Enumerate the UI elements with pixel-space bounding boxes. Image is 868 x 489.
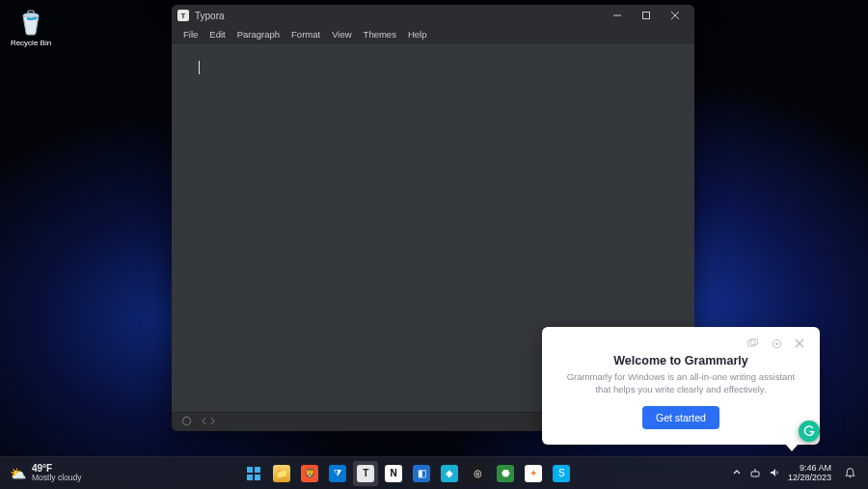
taskbar-app-5[interactable]: ✦: [521, 461, 546, 486]
close-button[interactable]: [662, 6, 689, 25]
svg-point-10: [775, 342, 778, 345]
tray-volume-icon[interactable]: [769, 467, 780, 480]
grammarly-floating-badge[interactable]: [799, 421, 820, 442]
menu-bar: File Edit Paragraph Format View Themes H…: [172, 26, 694, 43]
menu-file[interactable]: File: [177, 29, 203, 40]
svg-rect-16: [247, 475, 253, 480]
menu-help[interactable]: Help: [402, 29, 433, 40]
outline-toggle-icon[interactable]: [181, 416, 192, 428]
svg-rect-17: [255, 475, 260, 480]
svg-rect-18: [751, 472, 759, 476]
menu-themes[interactable]: Themes: [358, 29, 402, 40]
window-title: Typora: [195, 11, 604, 21]
grammarly-popup: Welcome to Grammarly Grammarly for Windo…: [542, 327, 820, 445]
svg-point-0: [23, 14, 39, 18]
taskbar-app-4[interactable]: ⬣: [493, 461, 518, 486]
svg-rect-8: [750, 339, 758, 344]
grammarly-popup-body: Grammarly for Windows is an all-in-one w…: [556, 371, 806, 396]
svg-rect-14: [247, 467, 253, 473]
taskbar-app-2[interactable]: ◆: [437, 461, 462, 486]
svg-rect-3: [643, 13, 650, 19]
taskbar-app-1[interactable]: ◧: [409, 461, 434, 486]
typora-app-icon: T: [177, 10, 189, 21]
svg-rect-7: [748, 340, 756, 346]
taskbar-center: 📁 🦁 ⧩ T N ◧ ◆ ◎ ⬣ ✦ S: [241, 461, 574, 486]
taskbar-clock[interactable]: 9:46 AM 12/28/2023: [788, 464, 831, 482]
menu-paragraph[interactable]: Paragraph: [231, 29, 285, 40]
taskbar-notion[interactable]: N: [381, 461, 406, 486]
clock-date: 12/28/2023: [788, 474, 831, 482]
text-cursor: [199, 61, 200, 74]
taskbar-vscode[interactable]: ⧩: [325, 461, 350, 486]
grammarly-get-started-button[interactable]: Get started: [642, 406, 719, 429]
tray-network-icon[interactable]: [749, 467, 761, 480]
notifications-button[interactable]: [839, 467, 860, 479]
weather-condition: Mostly cloudy: [32, 474, 82, 482]
start-button[interactable]: [241, 461, 266, 486]
taskbar-skype[interactable]: S: [549, 461, 574, 486]
svg-point-6: [182, 417, 190, 424]
taskbar: ⛅ 49°F Mostly cloudy 📁 🦁 ⧩ T N ◧ ◆ ◎ ⬣ ✦…: [0, 456, 868, 489]
taskbar-weather[interactable]: ⛅ 49°F Mostly cloudy: [0, 464, 92, 482]
source-code-toggle-icon[interactable]: [202, 416, 215, 428]
maximize-button[interactable]: [633, 6, 660, 25]
menu-format[interactable]: Format: [285, 29, 326, 40]
grammarly-close-icon[interactable]: [793, 337, 806, 350]
taskbar-typora[interactable]: T: [353, 461, 378, 486]
taskbar-brave[interactable]: 🦁: [297, 461, 322, 486]
minimize-button[interactable]: [604, 6, 631, 25]
titlebar[interactable]: T Typora: [172, 5, 694, 26]
tray-overflow-icon[interactable]: [732, 468, 742, 479]
menu-edit[interactable]: Edit: [203, 29, 231, 40]
grammarly-popup-title: Welcome to Grammarly: [556, 354, 806, 367]
taskbar-file-explorer[interactable]: 📁: [269, 461, 294, 486]
recycle-bin-icon: [15, 6, 46, 37]
recycle-bin-label: Recycle Bin: [8, 39, 54, 47]
system-tray: 9:46 AM 12/28/2023: [724, 464, 868, 482]
grammarly-settings-icon[interactable]: [770, 337, 783, 350]
menu-view[interactable]: View: [326, 29, 357, 40]
weather-icon: ⛅: [10, 466, 26, 481]
taskbar-app-3[interactable]: ◎: [465, 461, 490, 486]
recycle-bin[interactable]: Recycle Bin: [8, 6, 54, 47]
svg-marker-13: [809, 430, 811, 434]
grammarly-cards-icon[interactable]: [746, 337, 760, 350]
svg-rect-15: [255, 467, 260, 473]
